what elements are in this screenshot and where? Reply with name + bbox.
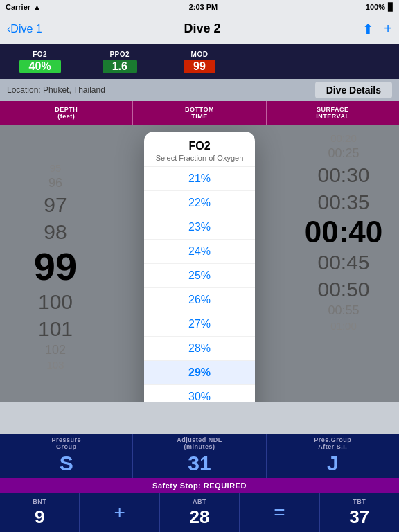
upload-icon[interactable]: ⬆ — [362, 21, 374, 37]
battery-label: 100% — [366, 3, 385, 11]
status-left: Carrier ▲ — [6, 3, 41, 11]
bnt-cell: BNT 9 — [0, 493, 80, 532]
modal-item-25[interactable]: 25% — [144, 264, 255, 288]
modal-header: FO2 Select Fraction of Oxygen — [144, 132, 255, 167]
modal-list[interactable]: 21% 22% 23% 24% 25% 26% 27% 28% 29% 30% … — [144, 167, 255, 402]
bnt-label: BNT — [33, 498, 46, 505]
pres-group-after-value: J — [327, 452, 339, 475]
col-header-bt-line2: TIME — [191, 113, 208, 120]
modal-item-30[interactable]: 30% — [144, 385, 255, 402]
col-header-bt-line1: BOTTOM — [185, 106, 214, 113]
col-header-depth-line2: (feet) — [57, 113, 75, 120]
tbt-cell: TBT 37 — [320, 493, 399, 532]
ppo2-value: 1.6 — [103, 60, 137, 73]
top-metrics-row: FO2 40% PPO2 1.6 MOD 99 — [0, 44, 399, 79]
abt-value: 28 — [190, 506, 210, 528]
equals-cell: = — [240, 493, 319, 532]
pressure-row: PressureGroup S Adjusted NDL(minutes) 31… — [0, 434, 399, 478]
tbt-value: 37 — [349, 506, 369, 528]
add-icon[interactable]: + — [384, 21, 392, 37]
fo2-label: FO2 — [33, 51, 47, 58]
modal-item-27[interactable]: 27% — [144, 312, 255, 337]
col-header-si-line1: SURFACE — [317, 106, 349, 113]
mod-label: MOD — [191, 51, 209, 58]
safety-bar: Safety Stop: REQUIRED — [0, 478, 399, 493]
pres-group-after-label: Pres.GroupAfter S.I. — [314, 436, 351, 450]
wifi-icon: ▲ — [33, 3, 41, 11]
status-bar: Carrier ▲ 2:03 PM 100% ▊ — [0, 0, 399, 14]
fo2-cell[interactable]: FO2 40% — [0, 44, 80, 79]
col-header-depth: DEPTH (feet) — [0, 101, 133, 125]
time-row: BNT 9 + ABT 28 = TBT 37 — [0, 493, 399, 532]
ppo2-cell[interactable]: PPO2 1.6 — [80, 44, 159, 79]
bottom-section: PressureGroup S Adjusted NDL(minutes) 31… — [0, 434, 399, 532]
back-label: Dive 1 — [10, 23, 42, 35]
col-header-bottom-time: BOTTOM TIME — [133, 101, 266, 125]
fo2-modal: FO2 Select Fraction of Oxygen 21% 22% 23… — [144, 132, 255, 402]
nav-actions: ⬆ + — [362, 21, 392, 37]
abt-cell: ABT 28 — [160, 493, 240, 532]
col-header-depth-line1: DEPTH — [55, 106, 78, 113]
tbt-label: TBT — [353, 498, 366, 505]
modal-item-26[interactable]: 26% — [144, 288, 255, 312]
col-headers: DEPTH (feet) BOTTOM TIME SURFACE INTERVA… — [0, 101, 399, 125]
mod-cell[interactable]: MOD 99 — [159, 44, 239, 79]
carrier-label: Carrier — [6, 3, 30, 11]
modal-item-28[interactable]: 28% — [144, 337, 255, 361]
nav-title: Dive 2 — [184, 21, 220, 36]
battery-icon: ▊ — [388, 3, 393, 12]
modal-subtitle: Select Fraction of Oxygen — [151, 154, 248, 162]
equals-icon: = — [274, 502, 285, 524]
modal-item-21[interactable]: 21% — [144, 167, 255, 191]
status-time: 2:03 PM — [189, 3, 218, 11]
adj-ndl-value: 31 — [188, 452, 211, 475]
location-cell — [240, 44, 399, 79]
pres-group-after-cell: Pres.GroupAfter S.I. J — [267, 434, 399, 478]
location-details-row: Location: Phuket, Thailand Dive Details — [0, 79, 399, 101]
pressure-group-value: S — [60, 452, 73, 475]
modal-item-24[interactable]: 24% — [144, 240, 255, 264]
status-right: 100% ▊ — [366, 3, 393, 12]
pressure-group-cell: PressureGroup S — [0, 434, 133, 478]
col-header-surface-interval: SURFACE INTERVAL — [267, 101, 399, 125]
mod-value: 99 — [184, 60, 215, 73]
adj-ndl-cell: Adjusted NDL(minutes) 31 — [133, 434, 266, 478]
back-button[interactable]: ‹ Dive 1 — [7, 23, 42, 35]
col-header-si-line2: INTERVAL — [316, 113, 349, 120]
safety-stop-text: Safety Stop: REQUIRED — [152, 481, 247, 490]
bnt-value: 9 — [35, 506, 44, 528]
modal-item-23[interactable]: 23% — [144, 215, 255, 240]
main-scroll-area[interactable]: 95 96 97 98 99 100 101 102 103 00:20 00:… — [0, 125, 399, 402]
modal-item-29[interactable]: 29% — [144, 361, 255, 385]
fo2-value: 40% — [19, 60, 61, 73]
dive-details-button[interactable]: Dive Details — [315, 82, 392, 98]
ppo2-label: PPO2 — [109, 51, 130, 58]
modal-item-22[interactable]: 22% — [144, 191, 255, 215]
pressure-group-label: PressureGroup — [51, 436, 81, 450]
adj-ndl-label: Adjusted NDL(minutes) — [177, 436, 222, 450]
plus-icon: + — [114, 502, 125, 524]
abt-label: ABT — [193, 498, 206, 505]
nav-bar: ‹ Dive 1 Dive 2 ⬆ + — [0, 14, 399, 44]
modal-title: FO2 — [151, 140, 248, 152]
plus-cell: + — [80, 493, 159, 532]
modal-overlay[interactable]: FO2 Select Fraction of Oxygen 21% 22% 23… — [0, 125, 399, 402]
location-text: Location: Phuket, Thailand — [7, 85, 315, 95]
